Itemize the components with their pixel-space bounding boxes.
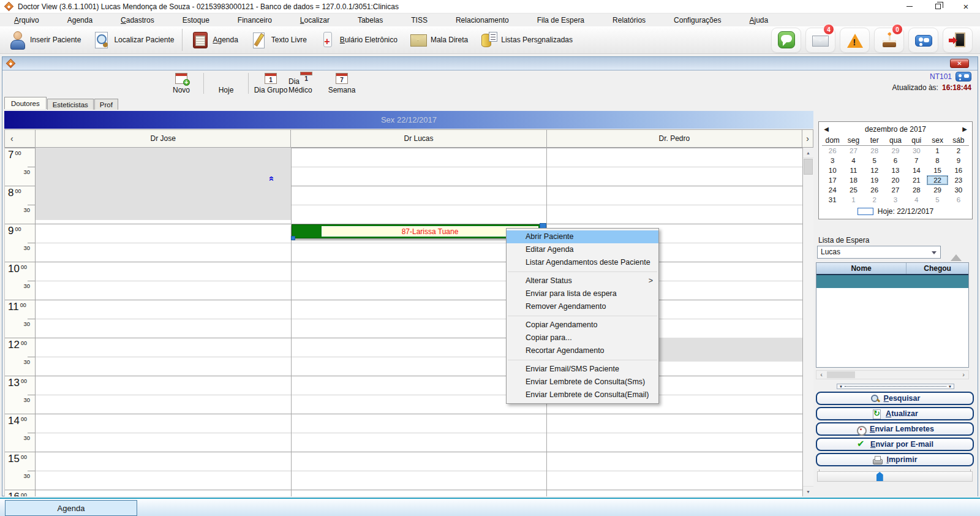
- calendar-day[interactable]: 23: [948, 175, 969, 185]
- calendar-day[interactable]: 5: [927, 195, 948, 205]
- calendar-day[interactable]: 27: [885, 185, 906, 195]
- calendar-day[interactable]: 2: [948, 146, 969, 156]
- agenda-button-novo[interactable]: +Novo: [164, 72, 199, 95]
- collapse-chevron-icon[interactable]: «: [267, 176, 277, 181]
- context-menu-item-alterar-status[interactable]: Alterar Status>: [507, 275, 658, 287]
- calendar-day[interactable]: 2: [864, 195, 885, 205]
- menu-item-cadastros[interactable]: Cadastros: [107, 14, 168, 26]
- calendar-day[interactable]: 4: [906, 195, 927, 205]
- context-menu-item-enviar-lembrete-de-consulta-sms[interactable]: Enviar Lembrete de Consulta(Sms): [507, 376, 658, 389]
- sidebar-button-enviar-por-e-mail[interactable]: Enviar por E-mail: [816, 438, 974, 451]
- calendar-day[interactable]: 14: [906, 165, 927, 175]
- status-button-contacts[interactable]: [908, 28, 938, 53]
- menu-item-configuracoes[interactable]: Configurações: [660, 14, 735, 26]
- menu-item-tiss[interactable]: TISS: [397, 14, 442, 26]
- menu-item-tabelas[interactable]: Tabelas: [344, 14, 397, 26]
- calendar-day[interactable]: 30: [948, 185, 969, 195]
- calendar-day[interactable]: 25: [843, 185, 864, 195]
- menu-item-ajuda[interactable]: Ajuda: [735, 14, 782, 26]
- restore-button[interactable]: [924, 0, 952, 13]
- scroll-right-icon[interactable]: ›: [959, 371, 968, 379]
- calendar-day[interactable]: 26: [822, 146, 843, 156]
- scroll-up-icon[interactable]: ▲: [803, 148, 813, 158]
- calendar-day[interactable]: 28: [906, 185, 927, 195]
- prev-month-icon[interactable]: ◀: [819, 126, 834, 132]
- waitlist-combobox[interactable]: Lucas: [817, 246, 941, 259]
- waitlist-column-nome[interactable]: Nome: [816, 263, 907, 274]
- calendar-day[interactable]: 4: [843, 156, 864, 165]
- context-menu-item-listar-agendamentos-deste-paciente[interactable]: Listar Agendamentos deste Paciente: [507, 256, 658, 269]
- sidebar-button-enviar-lembretes[interactable]: Enviar Lembretes: [816, 422, 974, 436]
- toolbar-button-listas-personalizadas[interactable]: Listas Personalizadas: [473, 29, 578, 51]
- calendar-day[interactable]: 18: [843, 175, 864, 185]
- calendar-day[interactable]: 1: [927, 146, 948, 156]
- calendar-day[interactable]: 7: [906, 156, 927, 165]
- toolbar-button-localizar-paciente[interactable]: Localizar Paciente: [86, 29, 179, 51]
- zoom-slider[interactable]: [817, 471, 973, 482]
- calendar-day[interactable]: 20: [885, 175, 906, 185]
- waitlist-column-chegou[interactable]: Chegou: [907, 263, 968, 274]
- calendar-day[interactable]: 31: [822, 195, 843, 205]
- schedule-column-dr-jose[interactable]: «: [36, 148, 291, 496]
- scroll-down-icon[interactable]: ▼: [803, 486, 813, 496]
- status-button-warning[interactable]: [840, 28, 870, 53]
- calendar-day[interactable]: 1: [843, 195, 864, 205]
- context-menu-item-recortar-agendamento[interactable]: Recortar Agendamento: [507, 344, 658, 357]
- context-menu-item-remover-agendamento[interactable]: Remover Agendamento: [507, 300, 658, 313]
- calendar-day[interactable]: 9: [948, 156, 969, 165]
- calendar-day[interactable]: 29: [927, 185, 948, 195]
- status-button-birthday-cake[interactable]: 0: [874, 28, 904, 53]
- calendar-day[interactable]: 29: [885, 146, 906, 156]
- sidebar-button-imprimir[interactable]: Imprimir: [816, 453, 974, 466]
- agenda-button-hoje[interactable]: Hoje: [208, 72, 244, 95]
- menu-item-agenda[interactable]: Agenda: [53, 14, 107, 26]
- menu-item-relatorios[interactable]: Relatórios: [598, 14, 660, 26]
- calendar-day[interactable]: 6: [885, 156, 906, 165]
- slider-handle[interactable]: [876, 472, 883, 481]
- menu-item-arquivo[interactable]: Arquivo: [0, 14, 53, 26]
- calendar-day[interactable]: 10: [822, 165, 843, 175]
- scrollbar-thumb[interactable]: [804, 159, 813, 175]
- context-menu-item-enviar-lembrete-de-consulta-email[interactable]: Enviar Lembrete de Consulta(Email): [507, 389, 658, 401]
- calendar-day[interactable]: 13: [885, 165, 906, 175]
- calendar-day[interactable]: 28: [864, 146, 885, 156]
- close-button[interactable]: ×: [952, 0, 980, 13]
- calendar-day[interactable]: 17: [822, 175, 843, 185]
- context-menu-item-abrir-paciente[interactable]: Abrir Paciente: [507, 230, 658, 243]
- scroll-left-icon[interactable]: ‹: [816, 371, 826, 379]
- toolbar-button-bulario-eletronico[interactable]: Bulário Eletrônico: [312, 29, 403, 51]
- header-scroll-left-icon[interactable]: ‹: [5, 130, 35, 147]
- calendar-day-selected[interactable]: 22: [927, 175, 948, 185]
- calendar-day[interactable]: 6: [948, 195, 969, 205]
- collapse-up-icon[interactable]: [951, 249, 962, 261]
- agenda-close-button[interactable]: ✕: [950, 59, 969, 68]
- tab-prof[interactable]: Prof: [94, 99, 118, 110]
- toolbar-button-inserir-paciente[interactable]: Inserir Paciente: [2, 29, 86, 51]
- header-scroll-right-icon[interactable]: ›: [802, 130, 813, 147]
- sidebar-button-atualizar[interactable]: Atualizar: [816, 407, 974, 420]
- agenda-button-dia-grupo[interactable]: 1Dia Grupo: [253, 72, 288, 95]
- status-button-exit[interactable]: [943, 28, 973, 53]
- agenda-button-dia-medico[interactable]: 1Dia Médico: [288, 72, 324, 95]
- menu-item-localizar[interactable]: Localizar: [286, 14, 344, 26]
- calendar-day[interactable]: 3: [822, 156, 843, 165]
- menu-item-financeiro[interactable]: Financeiro: [224, 14, 286, 26]
- context-menu-item-editar-agenda[interactable]: Editar Agenda: [507, 243, 658, 256]
- calendar-day[interactable]: 26: [864, 185, 885, 195]
- waitlist-selected-row[interactable]: [816, 275, 968, 288]
- waitlist-hscrollbar[interactable]: ‹ ›: [816, 370, 969, 379]
- calendar-day[interactable]: 30: [906, 146, 927, 156]
- taskbar-tab-agenda[interactable]: Agenda: [5, 500, 137, 516]
- calendar-day[interactable]: 15: [927, 165, 948, 175]
- calendar-day[interactable]: 27: [843, 146, 864, 156]
- context-menu-item-copiar-agendamento[interactable]: Copiar Agendamento: [507, 319, 658, 332]
- context-menu-item-enviar-email-sms-paciente[interactable]: Enviar Email/SMS Paciente: [507, 363, 658, 376]
- tab-doutores[interactable]: Doutores: [4, 97, 47, 109]
- calendar-day[interactable]: 19: [864, 175, 885, 185]
- calendar-day[interactable]: 8: [927, 156, 948, 165]
- calendar-day[interactable]: 24: [822, 185, 843, 195]
- menu-item-fila-de-espera[interactable]: Fila de Espera: [523, 14, 598, 26]
- resize-handle[interactable]: [291, 236, 295, 240]
- context-menu-item-enviar-para-lista-de-espera[interactable]: Enviar para lista de espera: [507, 287, 658, 300]
- calendar-day[interactable]: 21: [906, 175, 927, 185]
